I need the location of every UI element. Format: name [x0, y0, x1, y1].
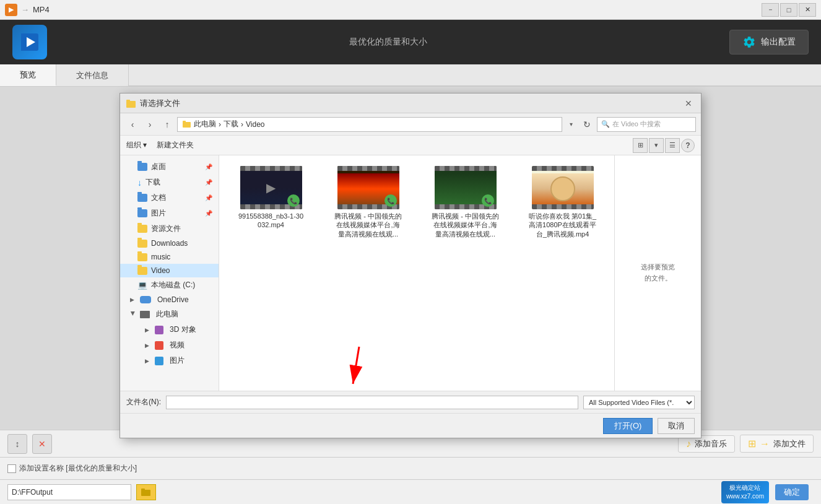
app-subtitle: 最优化的质量和大小 [47, 37, 729, 48]
view-dropdown-button[interactable]: ▾ [649, 138, 664, 153]
sidebar-item-videos[interactable]: ▶ 视频 [120, 337, 219, 353]
sidebar-item-images[interactable]: ▶ 图片 [120, 353, 219, 368]
tab-file-info[interactable]: 文件信息 [56, 64, 129, 86]
folder-icon [137, 240, 147, 248]
output-path-browse-button[interactable] [136, 484, 156, 500]
sidebar-item-music[interactable]: music [120, 250, 219, 264]
file-name: 听说你喜欢我 第01集_高清1080P在线观看平台_腾讯视频.mp4 [529, 212, 597, 238]
app-logo [12, 25, 47, 59]
sidebar-item-pictures[interactable]: 图片 📌 [120, 206, 219, 221]
svg-rect-11 [141, 489, 145, 490]
svg-rect-4 [126, 100, 130, 102]
sidebar-item-video[interactable]: Video [120, 264, 219, 277]
add-file-label: 添加文件 [773, 438, 806, 450]
path-folder-icon [183, 120, 191, 129]
view-details-button[interactable]: ☰ [665, 138, 680, 153]
dialog-title-bar: 请选择文件 ✕ [120, 93, 701, 113]
file-name: 991558388_nb3-1-30032.mp4 [237, 212, 305, 230]
sidebar-item-desktop[interactable]: 桌面 📌 [120, 159, 219, 175]
open-button[interactable]: 打开(O) [603, 418, 653, 434]
dialog-title-text: 请选择文件 [140, 98, 180, 109]
view-grid-button[interactable]: ⊞ [633, 138, 648, 153]
tab-preview[interactable]: 预览 [0, 64, 56, 86]
folder-icon [137, 194, 147, 202]
dialog-close-button[interactable]: ✕ [682, 97, 695, 110]
output-config-button[interactable]: 输出配置 [729, 30, 809, 54]
title-arrow: → [21, 5, 29, 14]
path-bar[interactable]: 此电脑 › 下载 › Video [177, 117, 562, 132]
tab-bar: 预览 文件信息 [0, 64, 821, 87]
sidebar-item-documents[interactable]: 文档 📌 [120, 190, 219, 206]
dialog-filename-row: 文件名(N): All Supported Video Files (*. [120, 391, 701, 413]
sidebar-item-resources[interactable]: 资源文件 [120, 221, 219, 237]
path-dropdown-button[interactable]: ▾ [565, 117, 577, 132]
sidebar-item-downloads-folder[interactable]: Downloads [120, 237, 219, 250]
watermark-logo: 极光确定站 www.xz7.com [721, 481, 769, 503]
add-file-icon2: → [760, 438, 770, 450]
settings-checkbox[interactable]: 添加设置名称 [最优化的质量和大小] [7, 463, 137, 474]
dialog-action-row: 打开(O) 取消 [120, 413, 701, 438]
file-item[interactable]: 📞 腾讯视频 - 中国领先的在线视频媒体平台,海量高清视频在线观... [323, 162, 414, 243]
organize-button[interactable]: 组织 ▾ [126, 140, 147, 150]
maximize-button[interactable]: □ [780, 3, 797, 17]
folder-icon [137, 225, 147, 233]
file-thumbnail: ▶ 📞 [240, 166, 302, 209]
confirm-button[interactable]: 确定 [775, 484, 809, 500]
file-item[interactable]: 📞 腾讯视频 - 中国领先的在线视频媒体平台,海量高清视频在线观... [420, 162, 511, 243]
minimize-button[interactable]: － [762, 3, 779, 17]
film-strip-top [240, 166, 302, 171]
sidebar-label: Video [151, 266, 170, 275]
video-badge: 📞 [287, 194, 300, 207]
folder-icon [137, 267, 147, 275]
settings-checkbox-label: 添加设置名称 [最优化的质量和大小] [19, 463, 137, 474]
search-box[interactable]: 🔍 在 Video 中搜索 [597, 117, 696, 132]
folder-icon [137, 253, 147, 261]
sidebar-item-onedrive[interactable]: ▶ OneDrive [120, 293, 219, 306]
folder-icon [137, 163, 147, 171]
filename-input[interactable] [166, 396, 578, 409]
refresh-button[interactable]: ↻ [580, 117, 594, 132]
svg-rect-2 [21, 33, 25, 51]
filename-label: 文件名(N): [126, 397, 161, 407]
sidebar-item-local-disk[interactable]: 💻 本地磁盘 (C:) [120, 277, 219, 293]
sidebar-label: Downloads [151, 239, 188, 248]
back-button[interactable]: ‹ [125, 117, 140, 132]
search-icon: 🔍 [601, 120, 610, 128]
close-button[interactable]: ✕ [799, 3, 816, 17]
sidebar-label: 本地磁盘 (C:) [151, 280, 195, 290]
file-thumbnail: 📞 [435, 166, 497, 209]
film-strip-top [337, 166, 399, 171]
output-row: 极光确定站 www.xz7.com 确定 [0, 479, 821, 504]
new-folder-button[interactable]: 新建文件夹 [157, 140, 194, 150]
output-path-input[interactable] [7, 484, 131, 500]
view-buttons: ⊞ ▾ ☰ ? [633, 138, 695, 153]
up-button[interactable]: ↑ [160, 117, 175, 132]
expand-arrow-icon: ▶ [130, 297, 136, 303]
sidebar-label: music [151, 253, 170, 261]
add-music-label: 添加音乐 [695, 438, 727, 450]
file-item[interactable]: 听说你喜欢我 第01集_高清1080P在线观看平台_腾讯视频.mp4 [517, 162, 608, 243]
help-button[interactable]: ? [681, 139, 695, 152]
sidebar-item-3d-objects[interactable]: ▶ 3D 对象 [120, 322, 219, 337]
add-track-button[interactable]: ↕ [7, 434, 27, 454]
file-item[interactable]: ▶ 📞 991558388_nb3-1-30032.mp4 [225, 162, 316, 243]
sidebar-label: 下载 [146, 177, 160, 188]
window-controls: － □ ✕ [762, 3, 816, 17]
dialog-toolbar: ‹ › ↑ 此电脑 › 下载 › Video ▾ [120, 113, 701, 136]
sidebar-label: 图片 [170, 355, 185, 366]
add-file-button[interactable]: ⊞ → 添加文件 [740, 435, 814, 453]
cancel-button[interactable]: 取消 [658, 418, 695, 434]
checkbox-box[interactable] [7, 464, 16, 473]
download-icon: ↓ [137, 178, 142, 188]
sidebar-item-this-pc[interactable]: ▶ 此电脑 [120, 306, 219, 322]
filetype-select[interactable]: All Supported Video Files (*. [583, 396, 695, 409]
search-placeholder: 在 Video 中搜索 [612, 119, 661, 129]
pin-icon: 📌 [205, 210, 212, 217]
file-name: 腾讯视频 - 中国领先的在线视频媒体平台,海量高清视频在线观... [432, 212, 500, 238]
sidebar-item-downloads-quick[interactable]: ↓ 下载 📌 [120, 175, 219, 190]
music-note-icon: ♪ [686, 438, 691, 450]
remove-button[interactable]: ✕ [32, 434, 52, 454]
film-strip-bottom [532, 204, 594, 209]
sidebar-label: 视频 [170, 340, 185, 350]
forward-button[interactable]: › [142, 117, 157, 132]
